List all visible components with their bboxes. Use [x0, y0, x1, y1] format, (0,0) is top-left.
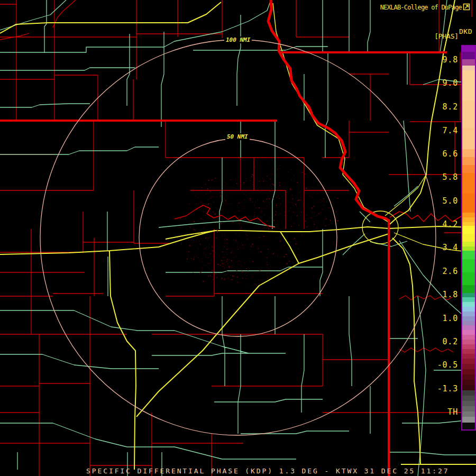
color-scale-segment [462, 46, 475, 52]
color-scale-segment [462, 330, 475, 335]
color-scale-segment [462, 335, 475, 340]
color-scale-segment [462, 259, 475, 272]
state-borders [0, 0, 447, 476]
color-scale-segment [462, 246, 475, 251]
color-scale-segment [462, 222, 475, 226]
color-scale-segment [462, 349, 475, 354]
color-scale-segment [462, 217, 475, 222]
color-scale-tick-label: 6.6 [443, 149, 459, 159]
color-scale-segment [462, 364, 475, 369]
color-scale-tick-label: 5.0 [443, 196, 459, 206]
color-scale-segment [462, 157, 475, 165]
color-scale-segment [462, 374, 475, 380]
color-scale-segment [462, 325, 475, 330]
color-scale-tick-label: -0.5 [437, 360, 458, 370]
color-scale-segment [462, 149, 475, 157]
color-scale-tick-label: -1.3 [437, 384, 458, 393]
color-scale-segment [462, 380, 475, 385]
color-scale-tick-label: 8.2 [443, 102, 459, 112]
product-phase-label: [PHAS] [434, 32, 459, 40]
color-scale-tick-label: 9.8 [443, 55, 459, 65]
color-scale-segment [462, 52, 475, 59]
color-scale-segment [462, 359, 475, 364]
color-scale-segment [462, 297, 475, 302]
color-scale-tick-label: 4.2 [443, 219, 459, 229]
color-scale-segment [462, 128, 475, 149]
road-river-lines [0, 0, 476, 476]
color-scale-tick-label: 7.4 [443, 126, 459, 135]
color-scale-tick-label: 0.2 [443, 337, 459, 346]
color-scale-segment [462, 66, 475, 70]
color-scale-segment [462, 385, 475, 390]
cod-arrow-logo-icon [463, 3, 470, 11]
color-scale-segment [462, 234, 475, 242]
color-scale-segment [462, 272, 475, 285]
color-scale-segment [462, 321, 475, 325]
color-scale-segment [462, 251, 475, 259]
color-scale-tick-label: 1.0 [443, 314, 459, 323]
color-scale-segment [462, 417, 475, 423]
color-scale-segment [462, 165, 475, 173]
color-scale-segment [462, 411, 475, 417]
color-scale-bar [461, 45, 476, 431]
brand-text: NEXLAB-College of DuPage [380, 4, 462, 11]
color-scale-segment [462, 100, 475, 128]
range-ring-label-100nmi: 100 NMI [224, 36, 252, 43]
color-scale-segment [462, 390, 475, 396]
color-scale-segment [462, 369, 475, 374]
color-scale-tick-label: 9.0 [443, 78, 459, 88]
color-scale-segment [462, 285, 475, 293]
product-code-label: DKD [459, 28, 472, 35]
color-scale-tick-label: TH [447, 407, 458, 417]
color-scale-segment [462, 423, 475, 429]
color-scale-segment [462, 396, 475, 401]
color-scale-segment [462, 401, 475, 406]
range-ring-50nmi [139, 139, 337, 336]
color-scale-segment [462, 344, 475, 349]
color-scale-tick-label: 2.6 [443, 267, 459, 276]
color-scale-segment [462, 406, 475, 411]
color-scale-tick-label: 3.4 [443, 243, 459, 252]
color-scale-segment [462, 226, 475, 234]
color-scale-segment [462, 293, 475, 297]
color-scale-tick-label: 1.8 [443, 290, 459, 299]
color-scale-segment [462, 340, 475, 344]
color-scale-segment [462, 312, 475, 316]
color-scale-segment [462, 173, 475, 194]
color-scale-segment [462, 70, 475, 100]
product-title: SPECIFIC DIFFERENTIAL PHASE (KDP) 1.3 DE… [86, 467, 450, 475]
radar-echo-speckles [179, 158, 341, 288]
color-scale-segment [462, 59, 475, 66]
color-scale-segment [462, 302, 475, 307]
color-scale-segment [462, 307, 475, 312]
radar-display: NEXLAB-College of DuPage DKD [PHAS] 100 … [0, 0, 476, 476]
color-scale-tick-label: 5.8 [443, 172, 459, 182]
color-scale-segment [462, 194, 475, 213]
range-ring-label-50nmi: 50 NMI [225, 133, 250, 140]
color-scale-segment [462, 354, 475, 359]
color-scale-segment [462, 213, 475, 217]
radar-map-svg [0, 0, 476, 476]
color-scale-segment [462, 242, 475, 246]
color-scale-segment [462, 316, 475, 321]
